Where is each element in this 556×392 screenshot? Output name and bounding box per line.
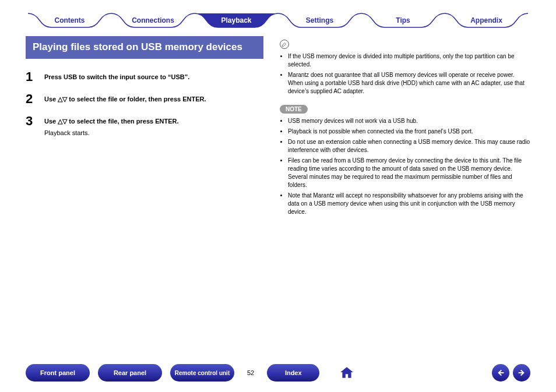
tab-contents[interactable]: Contents xyxy=(28,13,111,28)
list-item: Note that Marantz will accept no respons… xyxy=(288,192,530,216)
list-item: Marantz does not guarantee that all USB … xyxy=(288,71,530,96)
tab-label: Settings xyxy=(306,16,333,24)
list-item: Playback is not possible when connected … xyxy=(288,128,530,136)
list-item: Do not use an extension cable when conne… xyxy=(288,138,530,154)
bottom-bar: Front panel Rear panel Remote control un… xyxy=(26,364,530,382)
tab-connections[interactable]: Connections xyxy=(111,13,195,28)
step-number: 2 xyxy=(26,93,36,105)
front-panel-button[interactable]: Front panel xyxy=(26,364,90,382)
tab-settings[interactable]: Settings xyxy=(278,13,361,28)
prev-page-button[interactable] xyxy=(492,364,509,382)
tab-appendix[interactable]: Appendix xyxy=(445,13,528,28)
note-list: USB memory devices will not work via a U… xyxy=(280,117,530,216)
note-badge: NOTE xyxy=(280,105,308,114)
info-list: If the USB memory device is divided into… xyxy=(280,52,530,96)
step-number: 1 xyxy=(26,70,36,83)
tab-tips[interactable]: Tips xyxy=(361,13,445,28)
tab-label: Connections xyxy=(132,16,174,24)
step-3: 3 Use △▽ to select the file, then press … xyxy=(26,115,263,136)
remote-control-button[interactable]: Remote control unit xyxy=(170,364,234,382)
step-2: 2 Use △▽ to select the file or folder, t… xyxy=(26,93,263,105)
tab-label: Playback xyxy=(221,16,251,24)
tab-label: Appendix xyxy=(470,16,502,24)
list-item: If the USB memory device is divided into… xyxy=(288,52,530,69)
next-page-button[interactable] xyxy=(513,364,530,382)
home-icon[interactable] xyxy=(339,365,354,380)
step-text: Use △▽ to select the file, then press EN… xyxy=(44,117,263,126)
page-number: 52 xyxy=(247,369,254,376)
index-button[interactable]: Index xyxy=(267,364,319,382)
step-text: Press USB to switch the input source to … xyxy=(44,73,263,82)
list-item: USB memory devices will not work via a U… xyxy=(288,117,530,125)
step-subtext: Playback starts. xyxy=(44,129,263,136)
step-1: 1 Press USB to switch the input source t… xyxy=(26,70,263,83)
top-tabs: Contents Connections Playback Settings T… xyxy=(26,13,530,28)
tab-label: Tips xyxy=(396,16,410,24)
rear-panel-button[interactable]: Rear panel xyxy=(98,364,162,382)
list-item: Files can be read from a USB memory devi… xyxy=(288,157,530,189)
steps-list: 1 Press USB to switch the input source t… xyxy=(26,70,263,136)
section-title: Playing files stored on USB memory devic… xyxy=(26,36,263,59)
step-text: Use △▽ to select the file or folder, the… xyxy=(44,95,263,104)
note-icon xyxy=(280,40,289,49)
tab-label: Contents xyxy=(55,16,85,24)
step-number: 3 xyxy=(26,115,36,136)
tab-playback[interactable]: Playback xyxy=(195,13,278,28)
